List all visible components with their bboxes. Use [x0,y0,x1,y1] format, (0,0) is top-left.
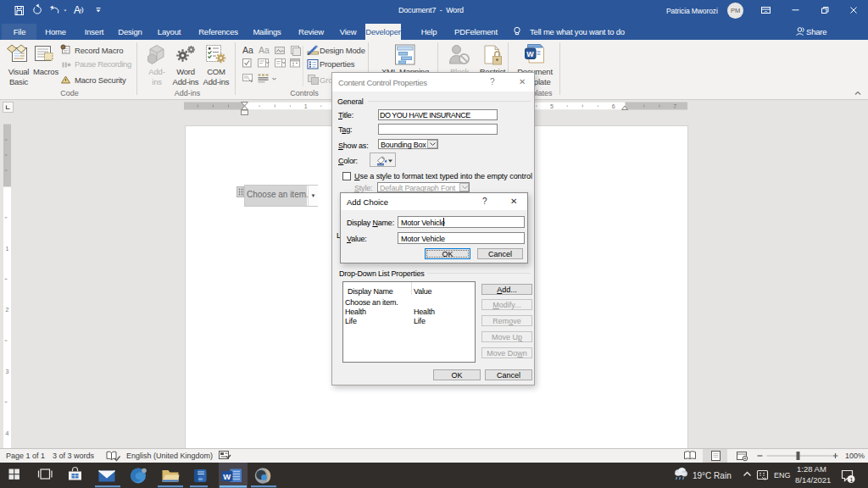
svg-text:Aa: Aa [242,45,253,55]
svg-text:1: 1 [849,476,854,484]
svg-text:2: 2 [6,307,9,313]
svg-text:Aa: Aa [259,45,270,55]
svg-text:6: 6 [612,103,615,109]
svg-text:5: 5 [550,103,554,109]
svg-text:W: W [223,472,231,481]
svg-text:A: A [74,4,81,16]
svg-text:3: 3 [6,369,9,374]
svg-text:W: W [526,50,534,58]
svg-text:4: 4 [6,430,9,436]
svg-text:1: 1 [304,103,308,109]
svg-text:7: 7 [673,103,676,109]
svg-text:1: 1 [6,246,9,252]
